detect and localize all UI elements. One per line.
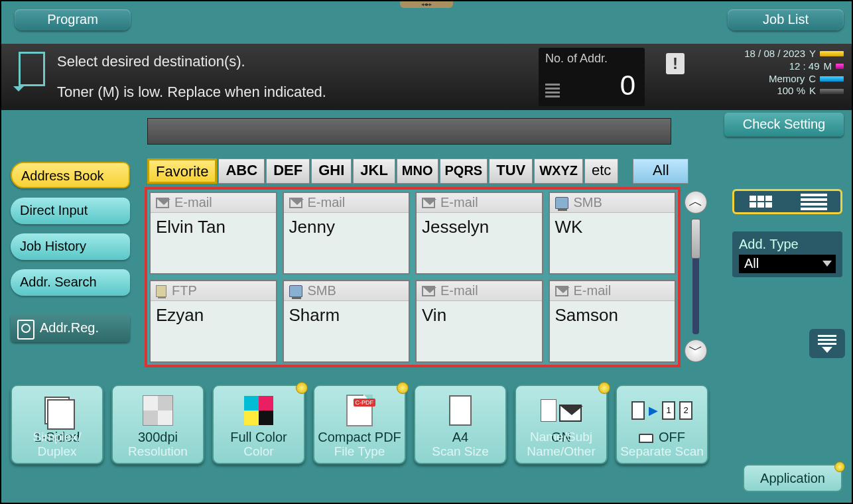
mail-icon — [422, 286, 435, 296]
contact-type: E-mail — [440, 283, 478, 298]
contact-card[interactable]: E-mailJenny — [283, 192, 411, 275]
grid-view-icon[interactable] — [734, 191, 787, 212]
alpha-tab-jkl[interactable]: JKL — [353, 158, 395, 184]
contact-name: Ezyan — [151, 301, 276, 330]
contact-type: E-mail — [574, 283, 612, 298]
tab-direct-input[interactable]: Direct Input — [11, 198, 130, 224]
contact-name: Jenny — [284, 213, 409, 241]
application-button[interactable]: Application — [743, 464, 842, 492]
tab-addr-search[interactable]: Addr. Search — [11, 269, 130, 296]
alpha-tab-tuv[interactable]: TUV — [489, 158, 533, 184]
alpha-tab-def[interactable]: DEF — [266, 158, 310, 184]
pages-icon — [12, 391, 102, 430]
contact-name: Jesselyn — [417, 213, 542, 241]
contact-card[interactable]: SMBWK — [549, 192, 677, 275]
contact-type: E-mail — [174, 195, 212, 210]
joblist-button[interactable]: Job List — [728, 9, 844, 31]
contact-grid: E-mailElvin TanE-mailJennyE-mailJesselyn… — [145, 187, 681, 367]
status-message: Select desired destination(s). — [57, 53, 245, 70]
option-caption: Resolution — [111, 444, 204, 459]
addr-reg-button[interactable]: Addr.Reg. — [11, 314, 130, 342]
alpha-tab-etc[interactable]: etc — [584, 158, 618, 184]
contact-name: Vin — [417, 301, 542, 330]
option-label: Compact PDF — [314, 430, 405, 445]
scroll-down-button[interactable]: ﹀ — [685, 340, 707, 362]
option-caption: File Type — [313, 444, 406, 459]
color-icon — [214, 391, 304, 430]
address-count-panel: No. of Addr. 0 — [539, 48, 645, 106]
view-toggle[interactable] — [732, 189, 842, 214]
contact-type: SMB — [308, 283, 336, 298]
contact-name: Samson — [550, 301, 675, 330]
address-type-label: Add. Type — [739, 237, 836, 252]
alpha-tab-favorite[interactable]: Favorite — [147, 158, 217, 184]
sep-icon: ▶12 — [617, 391, 707, 430]
destination-display-bar[interactable] — [147, 118, 671, 145]
alpha-tab-mno[interactable]: MNO — [397, 158, 438, 184]
contact-card[interactable]: E-mailJesselyn — [415, 192, 543, 275]
contact-type: FTP — [172, 283, 197, 298]
tab-job-history[interactable]: Job History — [11, 233, 130, 260]
contact-type: E-mail — [308, 195, 346, 210]
contact-name: Sharm — [284, 301, 409, 330]
mail-icon — [289, 198, 302, 208]
scroll-thumb[interactable] — [691, 219, 700, 259]
status-meta: 18 / 08 / 2023Y 12 : 49M MemoryC 100 %K — [744, 48, 844, 97]
status-submessage: Toner (M) is low. Replace when indicated… — [57, 84, 326, 101]
option-caption: Scan Size — [414, 444, 507, 459]
address-count-label: No. of Addr. — [539, 48, 645, 70]
contact-card[interactable]: E-mailVin — [415, 280, 543, 363]
drag-handle: ◂◂▸▸ — [400, 1, 453, 8]
option-caption: Color — [212, 444, 305, 459]
option-label: A4 — [415, 430, 505, 445]
address-type-select[interactable]: All — [739, 255, 836, 273]
alpha-tab-all[interactable]: All — [633, 158, 689, 184]
contact-type: SMB — [574, 195, 602, 210]
contact-card[interactable]: E-mailElvin Tan — [149, 192, 277, 275]
address-type-panel: Add. Type All — [732, 231, 842, 277]
detail-list-button[interactable] — [809, 329, 845, 358]
list-view-icon[interactable] — [787, 191, 840, 212]
option-label: OFF — [617, 430, 707, 445]
warning-icon[interactable]: ! — [666, 53, 685, 74]
alpha-tab-wxyz[interactable]: WXYZ — [534, 158, 583, 184]
scroll-up-button[interactable]: ︿ — [685, 191, 707, 214]
status-bar: Select desired destination(s). Toner (M)… — [1, 44, 852, 110]
ftp-icon — [156, 285, 166, 297]
contact-card[interactable]: E-mailSamson — [549, 280, 677, 363]
alpha-tab-pqrs[interactable]: PQRS — [440, 158, 488, 184]
pdf-icon: C-PDF — [314, 391, 405, 430]
contact-type: E-mail — [440, 195, 478, 210]
program-button[interactable]: Program — [15, 9, 131, 31]
contact-card[interactable]: SMBSharm — [283, 280, 411, 363]
check-setting-button[interactable]: Check Setting — [724, 113, 844, 137]
a4-icon — [415, 391, 505, 430]
option-caption: Name/SubjName/Other — [515, 430, 608, 459]
alpha-tab-ghi[interactable]: GHI — [311, 158, 352, 184]
option-label: Full Color — [214, 430, 304, 445]
scanner-icon — [639, 434, 653, 443]
option-caption: Simplex/Duplex — [11, 430, 103, 459]
mail-icon — [422, 198, 435, 208]
res-icon — [113, 391, 203, 430]
mail-icon — [156, 198, 169, 208]
option-label: 300dpi — [113, 430, 203, 445]
document-icon — [13, 52, 45, 92]
option-caption: Separate Scan — [616, 444, 708, 459]
on-icon — [516, 391, 606, 430]
contact-card[interactable]: FTPEzyan — [149, 280, 277, 363]
mail-icon — [555, 286, 568, 296]
contact-name: Elvin Tan — [151, 213, 276, 241]
alpha-tabs: Favorite ABC DEF GHI JKL MNO PQRS TUV WX… — [147, 158, 689, 184]
contact-name: WK — [550, 213, 675, 241]
smb-icon — [555, 197, 568, 209]
smb-icon — [289, 285, 302, 297]
alpha-tab-abc[interactable]: ABC — [218, 158, 265, 184]
tab-address-book[interactable]: Address Book — [11, 162, 130, 188]
